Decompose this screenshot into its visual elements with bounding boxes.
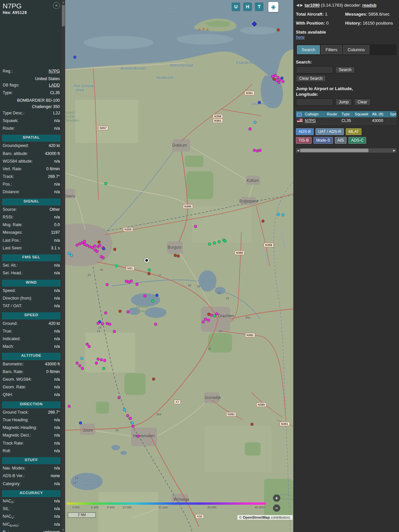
row-label: Squawk:: [3, 118, 19, 125]
zoom-out-button[interactable]: −: [273, 504, 280, 512]
row-value: n/a: [54, 270, 60, 278]
sidebar-row: SIGNAL: [2, 199, 61, 205]
map-toggle-button[interactable]: U: [232, 3, 240, 11]
sidebar-row: WIND: [2, 280, 61, 287]
layer-switcher-icon[interactable]: ◈: [268, 2, 278, 12]
map-toggle-button[interactable]: T: [255, 3, 263, 11]
map-label: Joure: [83, 428, 93, 433]
aircraft-history-dot: [70, 254, 73, 257]
exit-number: 18: [73, 481, 76, 484]
row-label: Groundspeed:: [3, 143, 29, 150]
aircraft-history-dot: [174, 254, 177, 257]
stats-here-link[interactable]: here: [296, 35, 305, 40]
aircraft-history-dot: [259, 149, 262, 152]
source-filter-badge[interactable]: Mode-S: [314, 137, 333, 144]
sidebar-scrollbar[interactable]: ▲ ▼: [62, 0, 65, 532]
column-header[interactable]: Route: [326, 111, 340, 117]
sidebar-row: RSSI: n/a: [3, 214, 60, 222]
map-toggle-button[interactable]: H: [243, 3, 252, 11]
tab[interactable]: Filters: [321, 45, 342, 54]
sidebar-row: Squawk: n/a: [3, 118, 60, 125]
jump-clear-button[interactable]: Clear: [354, 99, 370, 105]
row-value: 43000 ft: [45, 151, 60, 158]
row-label: Geom. WGS84:: [3, 376, 32, 384]
altitude-cell: 43000: [371, 117, 389, 124]
tar1090-link[interactable]: tar1090: [305, 3, 320, 8]
column-header[interactable]: Callsign: [304, 111, 326, 117]
messages-value: 5856.6/sec: [368, 12, 390, 17]
source-filter-badge[interactable]: AIS: [335, 137, 346, 144]
row-label: ACCURACY: [20, 491, 43, 495]
altitude-legend-label: 40 000+: [255, 506, 266, 509]
row-value: n/a: [54, 125, 60, 133]
map-viewport[interactable]: N361N357N358N361N356N355N358N369N31N381N…: [65, 0, 293, 532]
row-value: 0 ft/min: [46, 166, 60, 174]
column-header[interactable]: Spd.: [389, 111, 396, 117]
row-value: n/a: [54, 498, 60, 506]
map-label: Fryslân: [163, 8, 176, 12]
jump-button[interactable]: Jump: [335, 99, 352, 105]
panel-grow-icon[interactable]: ▶: [300, 3, 303, 7]
scrollbar-thumb[interactable]: [62, 5, 65, 26]
map-label: Amelanderwad: [120, 66, 146, 70]
scroll-left-icon[interactable]: ◀: [296, 148, 300, 153]
map-label: Engelsmanplaat: [191, 47, 218, 51]
scroll-up-icon[interactable]: ▲: [62, 1, 65, 3]
panel-shrink-icon[interactable]: ◀: [296, 3, 299, 7]
row-value: L2J: [53, 110, 60, 118]
row-value: LADD: [49, 82, 60, 90]
close-icon[interactable]: ✕: [53, 2, 60, 9]
receiver-marker: [144, 258, 149, 263]
row-value: n/a: [54, 417, 60, 425]
map-label: Lauwersmeer: [251, 101, 274, 105]
source-filter-badge[interactable]: UAT / ADS-R: [316, 128, 344, 135]
readsb-link[interactable]: readsb: [362, 3, 376, 8]
row-label: Pos.:: [3, 181, 12, 189]
aircraft-history-dot: [81, 367, 84, 370]
aircraft-history-dot: [277, 213, 280, 216]
scroll-right-icon[interactable]: ▶: [392, 148, 396, 153]
hscroll-thumb[interactable]: [300, 149, 368, 152]
aircraft-table-header: CallsignRouteTypeSquawkAlt. (ft)Spd.: [296, 111, 396, 117]
column-header[interactable]: Alt. (ft): [371, 111, 389, 117]
callsign-cell[interactable]: N7PG: [304, 117, 326, 124]
row-value: Challenger 350: [32, 104, 60, 110]
aircraft-history-dot: [218, 240, 221, 243]
osm-link[interactable]: OpenStreetMap: [243, 515, 270, 519]
row-value: n/a: [54, 158, 60, 166]
row-label: Route:: [3, 125, 15, 133]
row-label: ALTITUDE: [21, 353, 42, 357]
tab[interactable]: Columns: [343, 45, 369, 54]
tab[interactable]: Search: [297, 45, 320, 54]
column-header[interactable]: Type: [340, 111, 354, 117]
aircraft-history-dot: [258, 101, 261, 104]
row-value: 0.0: [54, 222, 60, 229]
search-button[interactable]: Search: [335, 66, 355, 73]
row-value: unknown: [43, 529, 60, 532]
aircraft-table-row[interactable]: N7PG CL35 43000: [296, 117, 396, 124]
sidebar-row: RC: unknown: [3, 529, 60, 532]
scroll-down-icon[interactable]: ▼: [62, 529, 65, 531]
aircraft-history-dot: [123, 408, 126, 411]
source-filter-badge[interactable]: ADS-C: [348, 137, 366, 144]
zoom-in-button[interactable]: +: [273, 494, 280, 502]
jump-input[interactable]: [296, 98, 333, 106]
source-filter-badge[interactable]: TIS-B: [296, 137, 312, 144]
sidebar-row: Geom. Rate: n/a: [3, 384, 60, 392]
row-label: Messages:: [3, 229, 23, 237]
sidebar-row: Magnetic Decl.: n/a: [3, 432, 60, 440]
squawk-cell: [354, 117, 371, 124]
sidebar-row: Roll: n/a: [3, 448, 60, 456]
flag-column-header[interactable]: [296, 111, 304, 117]
clear-search-button[interactable]: Clear Search: [296, 75, 326, 82]
altitude-legend-label: 10 000: [122, 506, 132, 509]
road-shield: N361: [244, 91, 254, 95]
source-filter-badge[interactable]: MLAT: [346, 128, 361, 135]
sidebar-row: Reg.: N7PG: [3, 68, 60, 76]
jump-label: Jump to Airport or Latitude, Longitude:: [296, 86, 372, 97]
table-horizontal-scrollbar[interactable]: ◀ ▶: [296, 148, 396, 153]
search-input[interactable]: [296, 66, 333, 73]
source-filter-badge[interactable]: ADS-B: [296, 128, 314, 135]
sidebar-row: NACV: n/a: [3, 513, 60, 521]
column-header[interactable]: Squawk: [354, 111, 371, 117]
